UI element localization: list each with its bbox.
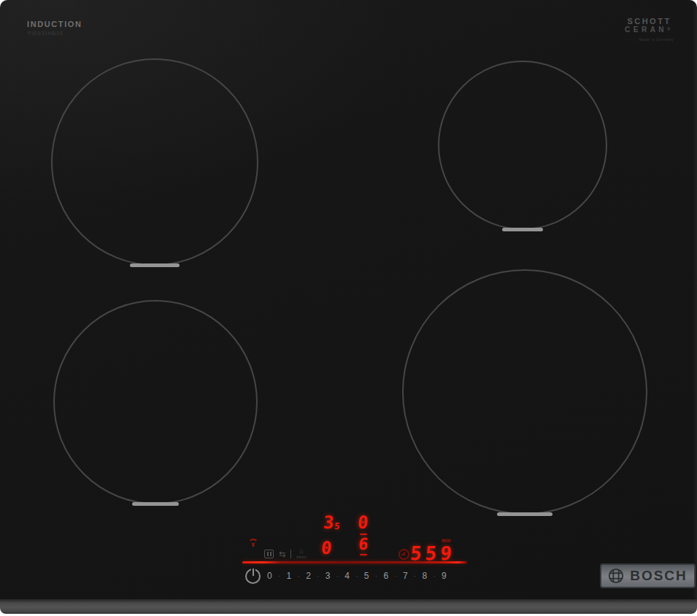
level-separator-dot: · [336,572,339,580]
level-separator-dot: · [414,572,416,580]
wifi-icon [244,536,262,549]
level-separator-dot: · [298,572,300,580]
display-front-right-power: 6 [358,534,368,555]
pause-icon[interactable] [264,550,274,558]
schott-logo-line2-text: CERAN [625,26,667,34]
level-separator-dot: · [434,572,436,580]
zone-back-right [438,61,607,230]
pan-transfer-icon[interactable]: ⇆ [279,550,285,558]
zone-front-right [402,269,647,515]
power-level-6[interactable]: 6 [383,571,388,581]
power-level-5[interactable]: 5 [364,571,369,581]
power-level-9[interactable]: 9 [442,571,447,581]
zone-front-right-marker [497,512,552,516]
power-level-1[interactable]: 1 [287,571,292,581]
display-back-right-power-digit: 0 [357,514,369,531]
level-separator-dot: · [317,572,319,580]
induction-cooktop: INDUCTION PIE631HB1E SCHOTT CERAN® Made … [0,0,697,616]
schott-ceran-logo: SCHOTT CERAN® Made in Germany [625,18,674,42]
bosch-logo-text: BOSCH [630,568,688,584]
wipe-protection-icon: ⌂ [299,548,303,555]
schott-logo-line2: CERAN® [625,26,674,34]
bosch-armature-icon [608,568,624,584]
power-level-4[interactable]: 4 [344,571,350,581]
level-separator-dot: · [278,572,280,580]
level-separator-dot: · [355,572,358,580]
display-front-left-power: 0 [321,539,331,557]
level-separator-dot: · [375,572,377,580]
power-level-3[interactable]: 3 [326,571,331,581]
timer-digits: 559 [409,544,456,563]
zone-front-left [53,300,258,504]
aux-divider [290,550,291,558]
display-back-left-power-sub-digit: 5 [334,522,340,531]
display-front-right-power-digit: 6 [358,536,369,553]
zone-back-left [51,58,258,266]
timer-clock-icon[interactable] [398,549,409,560]
power-level-0[interactable]: 0 [267,571,272,581]
power-button[interactable] [245,569,261,584]
zone-back-right-marker [502,228,543,231]
display-front-left-power-digit: 0 [320,539,333,557]
display-front-right-lower-dash [360,554,367,555]
wipe-protection-key[interactable]: ⌂ short [296,548,307,559]
cooktop-front-edge [0,599,697,614]
power-level-7[interactable]: 7 [403,571,408,581]
cooktop-glass-surface: INDUCTION PIE631HB1E SCHOTT CERAN® Made … [0,0,697,599]
zone-front-left-marker [132,502,179,506]
display-back-left-power: 3 5 [323,514,340,531]
display-back-right-power: 0 [358,514,368,531]
power-scale[interactable]: 0·1·2·3·4·5·6·7·8·9 [267,570,447,582]
induction-label: INDUCTION [27,20,82,28]
aux-key-row: ⇆ ⌂ short [264,548,307,559]
registered-mark: ® [667,27,674,31]
timer-display: min 559 [410,538,455,563]
power-level-8[interactable]: 8 [423,571,428,581]
display-back-left-power-digit: 3 [323,514,335,531]
schott-logo-line1: SCHOTT [625,18,674,26]
wifi-dot [253,544,255,547]
model-number: PIE631HB1E [28,31,63,36]
power-slider-line[interactable] [242,561,467,563]
level-separator-dot: · [395,572,397,580]
schott-logo-subtext: Made in Germany [625,37,674,42]
zone-back-left-marker [130,263,180,267]
bosch-badge: BOSCH [600,563,696,588]
power-level-2[interactable]: 2 [306,571,311,581]
wipe-protection-label: short [296,555,307,559]
